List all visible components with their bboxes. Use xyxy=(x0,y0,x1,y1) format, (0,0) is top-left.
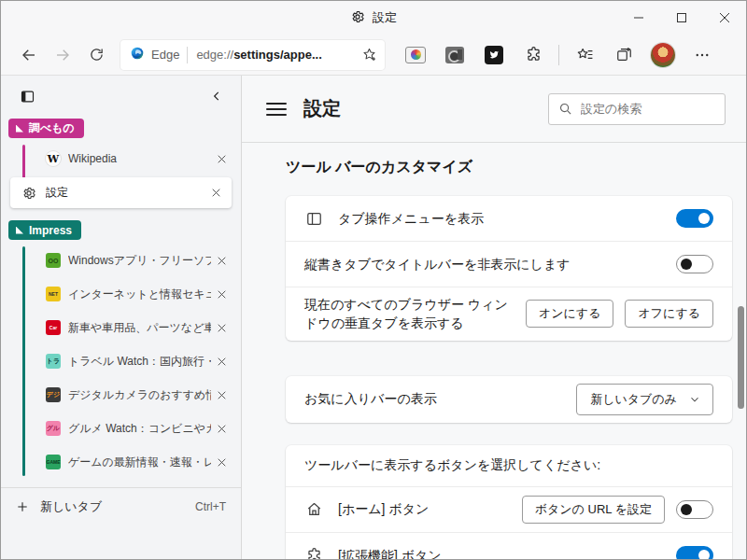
tab-row[interactable]: デジデジタルカメラのおすすめ情報と xyxy=(1,378,241,412)
close-tab-icon[interactable] xyxy=(205,183,226,203)
new-tab-button[interactable]: 新しいタブ Ctrl+T xyxy=(1,493,241,521)
twitter-shortcut-icon[interactable] xyxy=(476,39,512,71)
photos-shortcut-icon[interactable] xyxy=(398,39,433,71)
add-favorite-icon[interactable] xyxy=(361,47,377,63)
collapse-pane-icon[interactable] xyxy=(205,85,228,107)
setting-label: ツールバーに表示するボタンを選択してください: xyxy=(304,455,713,474)
toggle-off[interactable] xyxy=(676,500,713,519)
toggle-on[interactable] xyxy=(676,546,713,560)
tab-title: ゲームの最新情報・速報・レビュー xyxy=(68,455,211,470)
site-favicon: GAME xyxy=(46,455,61,469)
tab-title: Windowsアプリ・フリーソフトのお xyxy=(68,253,211,269)
settings-row: [拡張機能] ボタン xyxy=(286,533,732,560)
search-icon xyxy=(558,102,572,116)
close-button[interactable] xyxy=(703,1,746,35)
search-input[interactable] xyxy=(581,102,717,116)
address-divider xyxy=(187,47,188,63)
outlook-shortcut-icon[interactable] xyxy=(437,39,472,71)
tab-group-header[interactable]: Impress xyxy=(8,220,81,240)
tab-row[interactable]: グルグルメ Watch：コンビニやカフェ xyxy=(1,412,241,445)
plus-icon xyxy=(16,500,29,513)
dropdown-select[interactable]: 新しいタブのみ xyxy=(576,384,713,415)
tab-title: 設定 xyxy=(46,185,205,201)
close-tab-icon[interactable] xyxy=(211,250,232,271)
tab-actions-menu-button[interactable] xyxy=(16,85,38,107)
setting-button[interactable]: オンにする xyxy=(526,300,614,328)
window-title: 設定 xyxy=(350,1,397,35)
setting-label: [ホーム] ボタン xyxy=(338,499,507,518)
profile-avatar[interactable] xyxy=(645,39,681,71)
settings-page: 設定 ツール バーのカスタマイズ タブ操作メニューを表示縦書きタブでタイトルバー… xyxy=(242,76,746,559)
toolbar-divider xyxy=(558,45,559,65)
setting-label: [拡張機能] ボタン xyxy=(338,546,661,560)
setting-label: 縦書きタブでタイトルバーを非表示にします xyxy=(304,255,661,273)
forward-button[interactable] xyxy=(46,39,79,71)
group-expand-triangle xyxy=(16,227,23,234)
settings-row: [ホーム] ボタンボタンの URL を設定 xyxy=(286,487,732,533)
tab-list: 調べものWWikipedia設定ImpressOOWindowsアプリ・フリーソ… xyxy=(1,117,241,487)
extensions-icon[interactable] xyxy=(515,39,551,71)
settings-row: 縦書きタブでタイトルバーを非表示にします xyxy=(286,242,732,287)
dropdown-value: 新しいタブのみ xyxy=(590,391,677,408)
tab-row[interactable]: GAMEゲームの最新情報・速報・レビュー xyxy=(1,445,241,479)
favorites-icon[interactable] xyxy=(567,39,602,71)
tab-row[interactable]: NETインターネットと情報セキュリティの xyxy=(1,277,241,311)
scrollbar-thumb[interactable] xyxy=(738,306,744,409)
minimize-button[interactable] xyxy=(617,1,660,35)
address-bar[interactable]: Edge edge://settings/appe... xyxy=(120,40,385,70)
section-title: ツール バーのカスタマイズ xyxy=(286,158,746,177)
settings-menu-icon[interactable] xyxy=(266,99,287,119)
tab-title: 新車や車用品、パーツなど車の xyxy=(68,320,211,336)
maximize-button[interactable] xyxy=(660,1,703,35)
back-button[interactable] xyxy=(12,39,46,71)
close-tab-icon[interactable] xyxy=(211,317,232,338)
chevron-down-icon xyxy=(688,393,701,406)
settings-card: タブ操作メニューを表示縦書きタブでタイトルバーを非表示にします現在のすべてのブラ… xyxy=(286,196,732,341)
close-tab-icon[interactable] xyxy=(211,351,232,371)
settings-row: お気に入りバーの表示新しいタブのみ xyxy=(286,376,732,423)
tab-group-header[interactable]: 調べもの xyxy=(8,119,84,138)
tab-row[interactable]: トラトラベル Watch：国内旅行・海 xyxy=(1,344,241,378)
refresh-button[interactable] xyxy=(79,39,113,71)
tab-title: Wikipedia xyxy=(68,152,211,165)
edge-logo-icon xyxy=(130,46,145,64)
close-tab-icon[interactable] xyxy=(211,284,232,304)
wikipedia-favicon: W xyxy=(46,151,61,166)
settings-row: ツールバーに表示するボタンを選択してください: xyxy=(286,445,732,487)
site-name: Edge xyxy=(151,48,179,62)
setting-button[interactable]: オフにする xyxy=(625,300,713,328)
site-favicon: OO xyxy=(46,253,61,268)
setting-label: タブ操作メニューを表示 xyxy=(338,209,661,228)
close-tab-icon[interactable] xyxy=(211,418,232,439)
settings-row: 現在のすべてのブラウザー ウィンドウの垂直タブを表示するオンにするオフにする xyxy=(286,287,732,341)
page-title: 設定 xyxy=(303,96,548,121)
tab-title: グルメ Watch：コンビニやカフェ xyxy=(68,421,211,437)
toggle-off[interactable] xyxy=(676,255,713,273)
close-tab-icon[interactable] xyxy=(211,452,232,472)
url-text[interactable]: edge://settings/appe... xyxy=(196,48,361,62)
tab-row[interactable]: WWikipedia xyxy=(1,142,241,175)
tab-title: デジタルカメラのおすすめ情報と xyxy=(68,387,211,403)
tab-row[interactable]: Car新車や車用品、パーツなど車の xyxy=(1,311,241,344)
site-favicon: デジ xyxy=(46,387,61,402)
new-tab-shortcut: Ctrl+T xyxy=(195,500,226,513)
active-tab[interactable]: 設定 xyxy=(10,177,232,208)
site-favicon: グル xyxy=(46,421,61,436)
new-tab-label: 新しいタブ xyxy=(40,498,195,515)
setting-label: お気に入りバーの表示 xyxy=(304,389,561,408)
settings-search[interactable] xyxy=(548,93,726,125)
setting-label: 現在のすべてのブラウザー ウィンドウの垂直タブを表示する xyxy=(304,295,511,333)
site-favicon: Car xyxy=(46,320,61,335)
collections-icon[interactable] xyxy=(606,39,641,71)
close-tab-icon[interactable] xyxy=(211,148,232,169)
home-icon xyxy=(304,500,323,518)
more-menu-icon[interactable] xyxy=(684,39,720,71)
tab-title: インターネットと情報セキュリティの xyxy=(68,287,211,302)
toggle-on[interactable] xyxy=(676,209,713,228)
setting-button[interactable]: ボタンの URL を設定 xyxy=(522,496,665,524)
tab-row[interactable]: OOWindowsアプリ・フリーソフトのお xyxy=(1,244,241,277)
settings-card: ツールバーに表示するボタンを選択してください:[ホーム] ボタンボタンの URL… xyxy=(286,445,732,560)
puzzle-icon xyxy=(304,547,323,560)
close-tab-icon[interactable] xyxy=(211,385,232,405)
tab-actions-icon xyxy=(304,210,323,228)
